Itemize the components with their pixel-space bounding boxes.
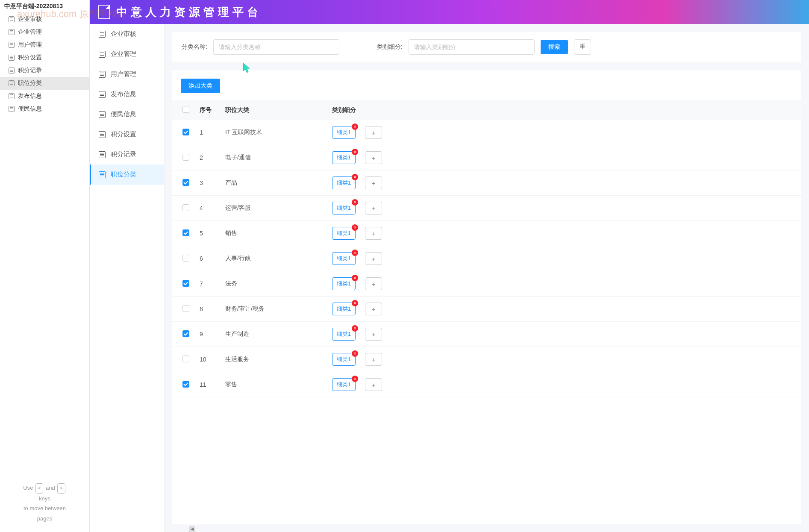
cell-seq: 11 [194,372,220,397]
nav-icon [99,111,106,118]
cell-seq: 5 [194,221,220,246]
row-checkbox[interactable] [182,330,189,337]
row-checkbox[interactable] [182,305,189,312]
close-icon[interactable]: × [352,199,358,206]
logo-icon [98,5,110,19]
close-icon[interactable]: × [352,174,358,180]
outline-item-label: 积分记录 [18,67,42,74]
close-icon[interactable]: × [352,250,358,256]
outline-item-label: 职位分类 [18,79,42,87]
table-row: 2电子/通信细类1×+ [172,145,801,170]
add-subcategory-button[interactable]: + [365,378,382,391]
close-icon[interactable]: × [352,325,358,332]
outline-item[interactable]: 企业审核 [0,13,89,26]
table-row: 7法务细类1×+ [172,271,801,297]
cell-seq: 2 [194,145,220,170]
subcategory-tag[interactable]: 细类1× [332,202,356,215]
add-subcategory-button[interactable]: + [365,328,382,341]
search-label-sub: 类别细分: [377,43,403,51]
add-subcategory-button[interactable]: + [365,202,382,215]
sidenav-item[interactable]: 便民信息 [90,104,164,124]
outline-item[interactable]: 便民信息 [0,103,89,115]
cell-category: 财务/审计/税务 [220,297,327,322]
add-subcategory-button[interactable]: + [365,303,382,315]
sidenav-item[interactable]: 发布信息 [90,84,164,104]
outline-item[interactable]: 企业管理 [0,26,89,38]
search-input-name[interactable] [213,39,339,55]
page-icon [9,16,15,22]
subcategory-tag[interactable]: 细类1× [332,176,356,189]
close-icon[interactable]: × [352,350,358,357]
add-subcategory-button[interactable]: + [365,353,382,366]
page-icon [9,29,15,35]
close-icon[interactable]: × [352,275,358,281]
outline-item[interactable]: 用户管理 [0,38,89,51]
subcategory-tag[interactable]: 细类1× [332,227,356,240]
sidenav-item-label: 职位分类 [111,170,136,179]
subcategory-tag[interactable]: 细类1× [332,126,356,139]
table-row: 10生活服务细类1×+ [172,347,801,372]
row-checkbox[interactable] [182,356,189,362]
add-subcategory-button[interactable]: + [365,126,382,139]
row-checkbox[interactable] [182,280,189,287]
outline-item-label: 便民信息 [18,105,42,113]
outline-item-label: 企业审核 [18,15,42,23]
reset-button[interactable]: 重 [574,39,591,55]
close-icon[interactable]: × [352,224,358,231]
row-checkbox[interactable] [182,381,189,388]
search-button[interactable]: 搜索 [541,40,568,54]
outline-title: 中意平台端-20220813 [0,0,89,13]
add-subcategory-button[interactable]: + [365,151,382,164]
outline-item[interactable]: 积分记录 [0,64,89,77]
subcategory-tag[interactable]: 细类1× [332,378,356,391]
cell-category: 法务 [220,271,327,297]
close-icon[interactable]: × [352,300,358,306]
sidenav-item-label: 用户管理 [111,70,136,78]
outline-item-label: 用户管理 [18,41,42,49]
sidenav-item-label: 积分记录 [111,150,136,159]
outline-item[interactable]: 发布信息 [0,90,89,103]
select-all-checkbox[interactable] [182,106,189,113]
add-subcategory-button[interactable]: + [365,227,382,240]
row-checkbox[interactable] [182,229,189,236]
close-icon[interactable]: × [352,123,358,130]
add-subcategory-button[interactable]: + [365,176,382,189]
subcategory-tag[interactable]: 细类1× [332,303,356,315]
row-checkbox[interactable] [182,204,189,211]
subcategory-tag[interactable]: 细类1× [332,277,356,290]
add-subcategory-button[interactable]: + [365,252,382,265]
close-icon[interactable]: × [352,149,358,155]
cell-category: 电子/通信 [220,145,327,170]
row-checkbox[interactable] [182,154,189,161]
add-subcategory-button[interactable]: + [365,277,382,290]
add-category-button[interactable]: 添加大类 [181,79,220,93]
cell-category: 产品 [220,170,327,196]
horizontal-scrollbar[interactable]: ◀ [189,526,195,532]
subcategory-tag[interactable]: 细类1× [332,328,356,341]
cell-category: 运营/客服 [220,196,327,221]
row-checkbox[interactable] [182,179,189,186]
subcategory-tag[interactable]: 细类1× [332,151,356,164]
sidenav-item[interactable]: 用户管理 [90,64,164,84]
outline-item[interactable]: 积分设置 [0,51,89,64]
header-title: 中意人力资源管理平台 [116,5,262,20]
cell-category: IT 互联网技术 [220,120,327,145]
search-bar: 分类名称: 类别细分: 搜索 重 [172,32,801,62]
subcategory-tag[interactable]: 细类1× [332,353,356,366]
subcategory-tag[interactable]: 细类1× [332,252,356,265]
scroll-left-icon[interactable]: ◀ [189,526,195,532]
table-row: 3产品细类1×+ [172,170,801,196]
page-icon [9,106,15,112]
close-icon[interactable]: × [352,376,358,382]
row-checkbox[interactable] [182,129,189,135]
sidenav-item[interactable]: 积分设置 [90,124,164,144]
cell-category: 零售 [220,372,327,397]
main-area: 中意人力资源管理平台 企业审核企业管理用户管理发布信息便民信息积分设置积分记录职… [90,0,809,532]
sidenav-item[interactable]: 企业审核 [90,24,164,44]
search-input-sub[interactable] [409,39,535,55]
sidenav-item[interactable]: 职位分类 [90,165,164,185]
row-checkbox[interactable] [182,255,189,262]
sidenav-item[interactable]: 积分记录 [90,144,164,165]
outline-item[interactable]: 职位分类 [0,77,89,90]
sidenav-item[interactable]: 企业管理 [90,44,164,64]
